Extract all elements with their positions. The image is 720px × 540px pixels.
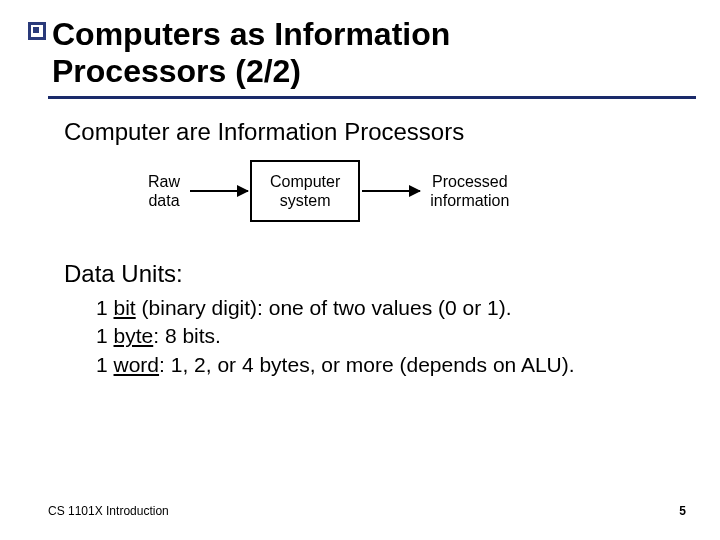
flow-diagram: Raw data Computer system Processed infor…	[140, 160, 517, 222]
bit-prefix: 1	[96, 296, 114, 319]
unit-word: 1 word: 1, 2, or 4 bytes, or more (depen…	[96, 351, 575, 379]
subheading: Computer are Information Processors	[64, 118, 464, 146]
title-underline	[48, 96, 696, 99]
word-rest: : 1, 2, or 4 bytes, or more (depends on …	[159, 353, 575, 376]
input-line-1: Raw	[148, 173, 180, 190]
diagram-output-label: Processed information	[422, 172, 517, 210]
diagram-process-box: Computer system	[250, 160, 360, 222]
word-prefix: 1	[96, 353, 114, 376]
unit-bit: 1 bit (binary digit): one of two values …	[96, 294, 575, 322]
box-line-2: system	[280, 192, 331, 209]
byte-prefix: 1	[96, 324, 114, 347]
word-term: word	[114, 353, 160, 376]
output-line-2: information	[430, 192, 509, 209]
title-line-1: Computers as Information	[52, 16, 450, 52]
title-bullet-icon	[28, 22, 46, 40]
slide-number: 5	[679, 504, 686, 518]
bit-rest: (binary digit): one of two values (0 or …	[136, 296, 512, 319]
bit-term: bit	[114, 296, 136, 319]
slide-title: Computers as Information Processors (2/2…	[52, 16, 450, 90]
data-units-heading: Data Units:	[64, 260, 183, 288]
unit-byte: 1 byte: 8 bits.	[96, 322, 575, 350]
footer-course: CS 1101X Introduction	[48, 504, 169, 518]
input-line-2: data	[148, 192, 179, 209]
output-line-1: Processed	[432, 173, 508, 190]
box-line-1: Computer	[270, 173, 340, 190]
byte-rest: : 8 bits.	[153, 324, 221, 347]
arrow-icon	[190, 190, 248, 192]
diagram-input-label: Raw data	[140, 172, 188, 210]
data-units-list: 1 bit (binary digit): one of two values …	[96, 294, 575, 379]
title-line-2: Processors (2/2)	[52, 53, 301, 89]
byte-term: byte	[114, 324, 154, 347]
arrow-icon	[362, 190, 420, 192]
